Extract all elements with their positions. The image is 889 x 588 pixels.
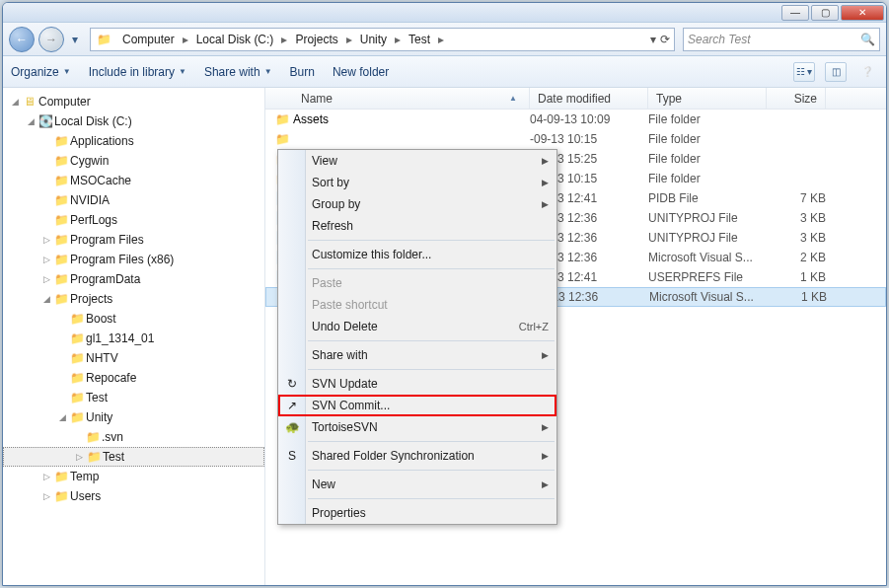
col-name[interactable]: Name▲ [293,88,530,109]
tree-node[interactable]: ▷📁Program Files [3,230,264,250]
chevron-down-icon: ▼ [264,67,272,76]
file-row[interactable]: 📁Assets04-09-13 10:09File folder [265,110,886,129]
tree-node[interactable]: 📁Applications [3,131,264,151]
tree-node[interactable]: 📁.svn [3,427,264,447]
menu-item[interactable]: Refresh [278,215,556,237]
menu-label: Share with [312,348,368,362]
menu-item[interactable]: Undo DeleteCtrl+Z [278,316,556,337]
tree-node[interactable]: ▷📁Program Files (x86) [3,250,264,269]
tree-label: Program Files [70,233,144,247]
refresh-icon[interactable]: ⟳ [660,33,670,46]
expand-icon[interactable]: ▷ [40,472,52,481]
tree-label: .svn [102,430,123,444]
tree-icon: 📁 [52,292,70,306]
context-menu[interactable]: View▶Sort by▶Group by▶RefreshCustomize t… [277,149,557,525]
menu-item[interactable]: SShared Folder Synchronization▶ [278,445,556,467]
menu-item[interactable]: ↻SVN Update [278,373,556,395]
view-options-button[interactable]: ☷ ▾ [793,62,815,82]
tree-node[interactable]: 📁Test [3,388,264,407]
chevron-right-icon: ▸ [279,33,289,46]
search-icon: 🔍 [860,33,875,46]
organize-button[interactable]: Organize▼ [11,65,71,79]
menu-item[interactable]: ↗SVN Commit... [278,395,556,416]
tree-label: gl1_1314_01 [86,331,154,345]
chevron-right-icon: ▶ [542,178,549,187]
col-type[interactable]: Type [648,88,767,109]
expand-icon[interactable]: ◢ [25,116,37,126]
tree-node[interactable]: ◢📁Unity [3,407,264,427]
tree-node[interactable]: 📁Repocafe [3,368,264,388]
menu-item[interactable]: Customize this folder... [278,244,556,265]
maximize-button[interactable]: ▢ [811,5,839,21]
tree-node[interactable]: ◢🖥Computer [3,92,264,111]
menu-item[interactable]: New▶ [278,474,556,495]
tree-node[interactable]: 📁gl1_1314_01 [3,329,264,348]
tree-node[interactable]: ▷📁Test [3,447,264,467]
tree-label: Cygwin [70,154,109,168]
minimize-button[interactable]: — [781,5,809,21]
file-row[interactable]: 📁-09-13 10:15File folder [265,129,886,149]
crumb-projects[interactable]: Projects [289,31,343,48]
share-with-button[interactable]: Share with▼ [204,65,272,79]
tree-label: NHTV [86,351,118,365]
tree-node[interactable]: ◢💽Local Disk (C:) [3,111,264,131]
menu-label: New [312,478,335,491]
tree-node[interactable]: 📁PerfLogs [3,210,264,230]
search-input[interactable]: Search Test 🔍 [683,28,880,51]
tree-node[interactable]: 📁MSOCache [3,171,264,190]
expand-icon[interactable]: ▷ [73,452,85,462]
menu-item[interactable]: Sort by▶ [278,172,556,193]
col-date[interactable]: Date modified [530,88,648,109]
file-name: Assets [293,112,530,126]
forward-button[interactable]: → [38,27,64,52]
menu-item[interactable]: Share with▶ [278,344,556,366]
col-size[interactable]: Size [767,88,826,109]
expand-icon[interactable]: ◢ [9,97,21,107]
help-icon[interactable]: ❔ [856,62,878,82]
file-icon: 📁 [271,132,293,146]
expand-icon[interactable]: ▷ [40,255,52,264]
tree-node[interactable]: 📁Cygwin [3,151,264,171]
chevron-right-icon: ▸ [181,33,190,46]
expand-icon[interactable]: ▷ [40,235,52,245]
menu-item[interactable]: Properties [278,502,556,524]
tree-node[interactable]: 📁NVIDIA [3,190,264,210]
expand-icon[interactable]: ▷ [40,491,52,501]
tree-node[interactable]: ▷📁Users [3,486,264,506]
expand-icon[interactable]: ◢ [40,294,52,304]
breadcrumb[interactable]: 📁 Computer▸ Local Disk (C:)▸ Projects▸ U… [90,28,675,51]
crumb-disk[interactable]: Local Disk (C:) [190,31,280,48]
menu-item[interactable]: View▶ [278,150,556,172]
crumb-test[interactable]: Test [403,31,436,48]
tree-node[interactable]: ◢📁Projects [3,289,264,309]
new-folder-button[interactable]: New folder [333,65,389,79]
back-button[interactable]: ← [9,27,35,52]
close-button[interactable]: ✕ [841,5,884,21]
tree-node[interactable]: 📁NHTV [3,348,264,368]
tree-icon: 📁 [52,272,70,286]
menu-item[interactable]: 🐢TortoiseSVN▶ [278,416,556,438]
crumb-unity[interactable]: Unity [354,31,393,48]
chevron-right-icon: ▶ [542,350,549,360]
file-size: 7 KB [767,191,826,205]
dropdown-icon[interactable]: ▾ [650,33,656,46]
folder-tree[interactable]: ◢🖥Computer◢💽Local Disk (C:)📁Applications… [3,88,265,585]
burn-button[interactable]: Burn [290,65,315,79]
tree-label: Test [86,391,108,404]
preview-pane-button[interactable]: ◫ [825,62,847,82]
tree-icon: 📁 [68,312,86,326]
crumb-computer[interactable]: Computer [116,31,181,48]
include-library-button[interactable]: Include in library▼ [89,65,186,79]
expand-icon[interactable]: ▷ [40,274,52,284]
tree-node[interactable]: 📁Boost [3,309,264,329]
history-dropdown-icon[interactable]: ▾ [68,33,82,46]
tree-icon: 📁 [52,193,70,207]
menu-label: Shared Folder Synchronization [312,449,475,463]
tree-node[interactable]: ▷📁ProgramData [3,269,264,289]
expand-icon[interactable]: ◢ [56,412,68,422]
tree-node[interactable]: ▷📁Temp [3,467,264,486]
menu-separator [308,268,555,269]
chevron-down-icon: ▼ [179,67,186,76]
menu-item[interactable]: Group by▶ [278,193,556,215]
tree-icon: 💽 [37,114,54,128]
